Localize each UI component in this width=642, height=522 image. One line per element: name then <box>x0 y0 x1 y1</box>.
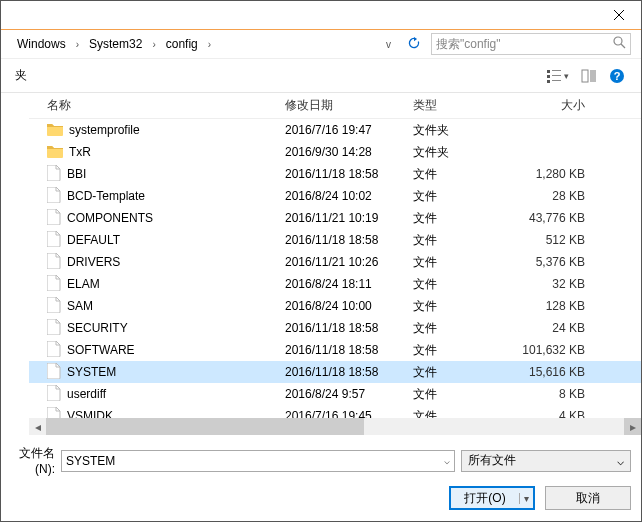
chevron-right-icon[interactable]: › <box>206 39 213 50</box>
file-icon <box>47 231 61 250</box>
file-name: systemprofile <box>69 123 140 137</box>
refresh-icon <box>407 36 421 50</box>
table-row[interactable]: userdiff2016/8/24 9:57文件8 KB <box>29 383 641 405</box>
file-date: 2016/7/16 19:47 <box>285 123 413 137</box>
file-date: 2016/11/21 10:19 <box>285 211 413 225</box>
file-size: 43,776 KB <box>507 211 597 225</box>
file-type: 文件 <box>413 320 507 337</box>
preview-icon <box>581 68 597 84</box>
file-size: 8 KB <box>507 387 597 401</box>
svg-rect-8 <box>547 80 550 83</box>
file-size: 32 KB <box>507 277 597 291</box>
search-input[interactable]: 搜索"config" <box>431 33 631 55</box>
folder-icon <box>47 144 63 161</box>
svg-rect-9 <box>552 80 561 81</box>
scroll-thumb[interactable] <box>46 418 364 435</box>
file-icon <box>47 275 61 294</box>
file-name: userdiff <box>67 387 106 401</box>
filename-label: 文件名(N): <box>7 445 55 476</box>
file-type: 文件 <box>413 364 507 381</box>
scroll-left-icon[interactable]: ◂ <box>29 418 46 435</box>
filename-value: SYSTEM <box>66 454 115 468</box>
column-type[interactable]: 类型 <box>413 97 507 114</box>
file-date: 2016/8/24 9:57 <box>285 387 413 401</box>
file-icon <box>47 319 61 338</box>
file-name: SOFTWARE <box>67 343 135 357</box>
table-row[interactable]: BBI2016/11/18 18:58文件1,280 KB <box>29 163 641 185</box>
table-row[interactable]: BCD-Template2016/8/24 10:02文件28 KB <box>29 185 641 207</box>
scroll-track[interactable] <box>46 418 624 435</box>
file-icon <box>47 297 61 316</box>
file-size: 128 KB <box>507 299 597 313</box>
open-button[interactable]: 打开(O) ▾ <box>449 486 535 510</box>
table-row[interactable]: systemprofile2016/7/16 19:47文件夹 <box>29 119 641 141</box>
file-type: 文件 <box>413 386 507 403</box>
toolbar: 夹 ▾ ? <box>1 59 641 93</box>
breadcrumb[interactable]: config <box>162 35 202 53</box>
chevron-right-icon[interactable]: › <box>74 39 81 50</box>
file-date: 2016/11/18 18:58 <box>285 321 413 335</box>
table-row[interactable]: COMPONENTS2016/11/21 10:19文件43,776 KB <box>29 207 641 229</box>
file-type: 文件夹 <box>413 144 507 161</box>
table-row[interactable]: SOFTWARE2016/11/18 18:58文件101,632 KB <box>29 339 641 361</box>
svg-text:?: ? <box>614 70 621 82</box>
scroll-right-icon[interactable]: ▸ <box>624 418 641 435</box>
table-row[interactable]: SAM2016/8/24 10:00文件128 KB <box>29 295 641 317</box>
file-size: 101,632 KB <box>507 343 597 357</box>
search-icon <box>613 36 626 52</box>
file-type: 文件 <box>413 342 507 359</box>
column-name[interactable]: 名称 <box>47 97 285 114</box>
table-row[interactable]: ELAM2016/8/24 18:11文件32 KB <box>29 273 641 295</box>
file-type: 文件 <box>413 254 507 271</box>
view-button[interactable]: ▾ <box>540 68 575 84</box>
column-headers: 名称 修改日期 类型 大小 <box>29 93 641 119</box>
svg-rect-6 <box>547 75 550 78</box>
table-row[interactable]: DEFAULT2016/11/18 18:58文件512 KB <box>29 229 641 251</box>
filter-label: 所有文件 <box>468 452 516 469</box>
column-date[interactable]: 修改日期 <box>285 97 413 114</box>
file-type: 文件 <box>413 188 507 205</box>
filetype-filter[interactable]: 所有文件 ⌵ <box>461 450 631 472</box>
file-date: 2016/8/24 10:00 <box>285 299 413 313</box>
file-name: DEFAULT <box>67 233 120 247</box>
table-row[interactable]: SYSTEM2016/11/18 18:58文件15,616 KB <box>29 361 641 383</box>
close-button[interactable] <box>596 1 641 29</box>
organize-label[interactable]: 夹 <box>11 67 31 84</box>
breadcrumb[interactable]: Windows <box>13 35 70 53</box>
table-row[interactable]: DRIVERS2016/11/21 10:26文件5,376 KB <box>29 251 641 273</box>
file-icon <box>47 187 61 206</box>
file-icon <box>47 363 61 382</box>
svg-rect-5 <box>552 70 561 71</box>
file-date: 2016/11/18 18:58 <box>285 233 413 247</box>
preview-button[interactable] <box>575 68 603 84</box>
filename-input[interactable]: SYSTEM ⌵ <box>61 450 455 472</box>
horizontal-scrollbar[interactable]: ◂ ▸ <box>29 418 641 435</box>
table-row[interactable]: SECURITY2016/11/18 18:58文件24 KB <box>29 317 641 339</box>
help-button[interactable]: ? <box>603 68 631 84</box>
file-size: 24 KB <box>507 321 597 335</box>
svg-rect-4 <box>547 70 550 73</box>
file-type: 文件 <box>413 210 507 227</box>
file-size: 5,376 KB <box>507 255 597 269</box>
table-row[interactable]: TxR2016/9/30 14:28文件夹 <box>29 141 641 163</box>
column-size[interactable]: 大小 <box>507 97 597 114</box>
file-icon <box>47 341 61 360</box>
file-date: 2016/11/18 18:58 <box>285 343 413 357</box>
open-dropdown[interactable]: ▾ <box>519 493 533 504</box>
chevron-down-icon: ⌵ <box>617 454 624 468</box>
breadcrumb[interactable]: System32 <box>85 35 146 53</box>
svg-rect-11 <box>590 70 596 82</box>
titlebar <box>1 1 641 29</box>
chevron-right-icon[interactable]: › <box>150 39 157 50</box>
file-icon <box>47 385 61 404</box>
address-bar: Windows › System32 › config › v 搜索"confi… <box>1 29 641 59</box>
refresh-button[interactable] <box>401 36 427 53</box>
file-type: 文件 <box>413 276 507 293</box>
chevron-down-icon[interactable]: ⌵ <box>444 455 450 466</box>
file-size: 15,616 KB <box>507 365 597 379</box>
file-icon <box>47 165 61 184</box>
help-icon: ? <box>609 68 625 84</box>
address-dropdown[interactable]: v <box>380 39 397 50</box>
file-name: TxR <box>69 145 91 159</box>
cancel-button[interactable]: 取消 <box>545 486 631 510</box>
